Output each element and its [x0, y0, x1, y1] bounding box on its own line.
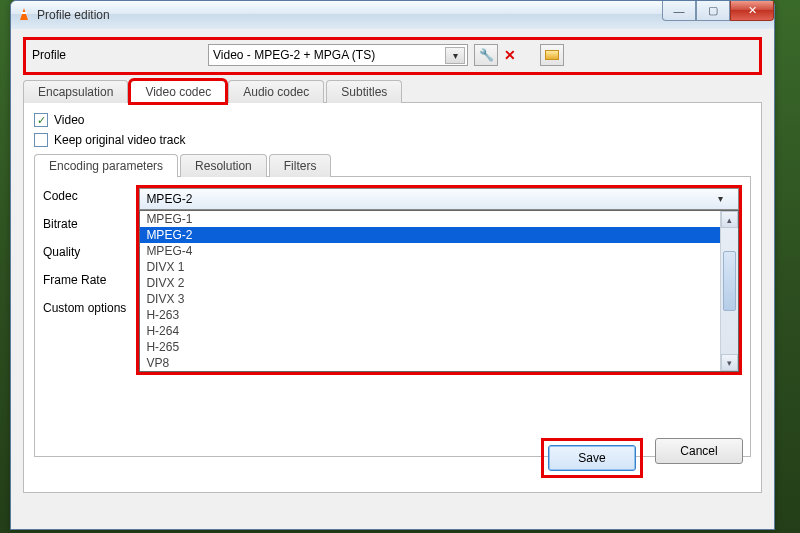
profile-label: Profile	[32, 48, 202, 62]
maximize-button[interactable]: ▢	[696, 1, 730, 21]
dropdown-scrollbar[interactable]: ▴ ▾	[720, 211, 738, 371]
keep-original-label: Keep original video track	[54, 133, 185, 147]
save-button-highlight: Save	[541, 438, 643, 478]
cancel-button[interactable]: Cancel	[655, 438, 743, 464]
codec-dropdown-list: MPEG-1 MPEG-2 MPEG-4 DIVX 1 DIVX 2 DIVX …	[139, 210, 739, 372]
tab-encapsulation[interactable]: Encapsulation	[23, 80, 128, 103]
tab-subtitles[interactable]: Subtitles	[326, 80, 402, 103]
titlebar[interactable]: Profile edition — ▢ ✕	[11, 1, 774, 29]
encoding-subtabstrip: Encoding parameters Resolution Filters	[34, 153, 751, 177]
new-profile-button[interactable]	[540, 44, 564, 66]
codec-option[interactable]: MPEG-4	[140, 243, 720, 259]
delete-profile-button[interactable]: ✕	[504, 47, 516, 63]
tab-video-codec[interactable]: Video codec	[130, 80, 226, 103]
save-button-label: Save	[578, 451, 605, 465]
param-label-codec: Codec	[43, 189, 126, 203]
scroll-up-button[interactable]: ▴	[721, 211, 738, 228]
codec-dropdown[interactable]: MPEG-2	[139, 188, 739, 210]
param-label-quality: Quality	[43, 245, 126, 259]
scroll-thumb[interactable]	[723, 251, 736, 311]
codec-option[interactable]: H-265	[140, 339, 720, 355]
subtab-resolution[interactable]: Resolution	[180, 154, 267, 177]
window-title: Profile edition	[37, 8, 110, 22]
chevron-down-icon[interactable]	[445, 47, 465, 64]
codec-option[interactable]: MPEG-2	[140, 227, 720, 243]
minimize-button[interactable]: —	[662, 1, 696, 21]
param-label-custom: Custom options	[43, 301, 126, 315]
vlc-cone-icon	[17, 8, 31, 22]
encoding-parameters-panel: Codec Bitrate Quality Frame Rate Custom …	[34, 177, 751, 457]
codec-option[interactable]: VP8	[140, 355, 720, 371]
cancel-button-label: Cancel	[680, 444, 717, 458]
param-label-framerate: Frame Rate	[43, 273, 126, 287]
wrench-button[interactable]: 🔧	[474, 44, 498, 66]
codec-selected-value: MPEG-2	[146, 192, 192, 206]
codec-option[interactable]: H-264	[140, 323, 720, 339]
main-tabstrip: Encapsulation Video codec Audio codec Su…	[23, 79, 762, 103]
dialog-buttons: Save Cancel	[541, 438, 743, 478]
chevron-down-icon[interactable]	[718, 191, 736, 208]
window-controls: — ▢ ✕	[662, 1, 774, 21]
scroll-down-button[interactable]: ▾	[721, 354, 738, 371]
profile-dropdown[interactable]: Video - MPEG-2 + MPGA (TS)	[208, 44, 468, 66]
codec-dropdown-area: MPEG-2 MPEG-1 MPEG-2 MPEG-4 DIVX 1 DI	[136, 185, 742, 375]
codec-option[interactable]: MPEG-1	[140, 211, 720, 227]
subtab-encoding-parameters[interactable]: Encoding parameters	[34, 154, 178, 177]
video-codec-panel: ✓ Video Keep original video track Encodi…	[23, 103, 762, 493]
profile-selector-row: Profile Video - MPEG-2 + MPGA (TS) 🔧 ✕	[23, 37, 762, 75]
save-button[interactable]: Save	[548, 445, 636, 471]
tab-audio-codec[interactable]: Audio codec	[228, 80, 324, 103]
codec-option[interactable]: DIVX 1	[140, 259, 720, 275]
codec-option[interactable]: DIVX 3	[140, 291, 720, 307]
codec-option[interactable]: H-263	[140, 307, 720, 323]
codec-option[interactable]: DIVX 2	[140, 275, 720, 291]
wrench-icon: 🔧	[479, 48, 494, 62]
profile-selected-value: Video - MPEG-2 + MPGA (TS)	[213, 48, 375, 62]
close-button[interactable]: ✕	[730, 1, 774, 21]
profile-edition-dialog: Profile edition — ▢ ✕ Profile Video - MP…	[10, 0, 775, 530]
subtab-filters[interactable]: Filters	[269, 154, 332, 177]
folder-icon	[545, 50, 559, 60]
video-checkbox-label: Video	[54, 113, 84, 127]
keep-original-checkbox[interactable]	[34, 133, 48, 147]
video-checkbox[interactable]: ✓	[34, 113, 48, 127]
param-label-bitrate: Bitrate	[43, 217, 126, 231]
